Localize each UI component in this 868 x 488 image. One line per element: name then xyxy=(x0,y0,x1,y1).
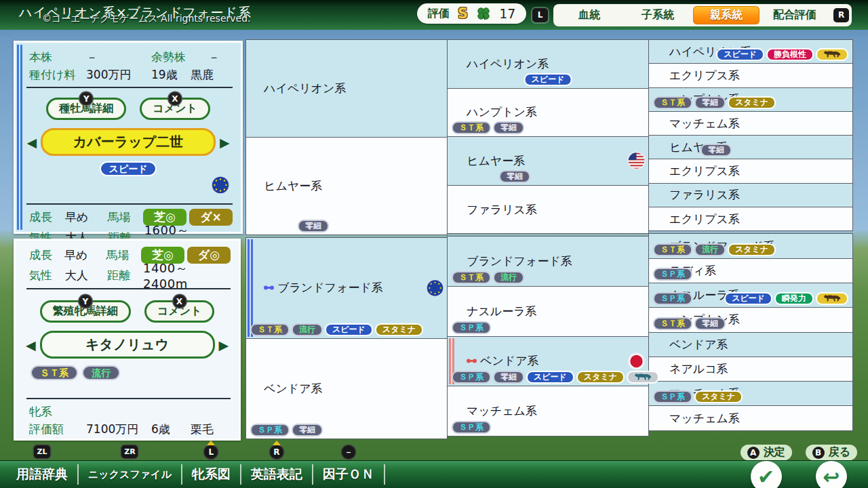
footer-item-1[interactable]: ZL用語辞典 xyxy=(7,461,77,488)
pedigree-cell[interactable]: ハイペリオン系スピード xyxy=(447,39,649,89)
confirm-label: 決定 xyxy=(764,445,785,460)
pedigree-cell[interactable]: ブランドフォード系ＳＴ系流行スタミナ xyxy=(648,233,853,258)
badge-sp: ＳＰ系 xyxy=(452,321,491,334)
pedigree-cell[interactable]: ヒムヤー系零細 xyxy=(447,136,649,186)
pedigree-cell[interactable]: ファラリス系 xyxy=(648,183,853,207)
badge-speed: スピード xyxy=(524,73,572,86)
pedigree-cell[interactable]: ハンプトン系ＳＴ系零細スタミナ xyxy=(648,87,853,112)
badge-speed: スピード xyxy=(716,48,764,61)
sire-name-pill[interactable]: カバーラップ二世 xyxy=(41,128,216,156)
pedigree-cell[interactable]: ネアルコ系 xyxy=(648,357,853,382)
badge-sp: ＳＰ系 xyxy=(452,371,491,384)
l-shoulder-button[interactable]: L xyxy=(532,8,548,22)
prev-mare-arrow[interactable]: ◀ xyxy=(26,338,36,352)
badge-trend: 流行 xyxy=(493,271,524,284)
rating-value: S xyxy=(458,5,468,22)
lineage-name: ブランドフォード系 xyxy=(448,253,572,269)
distance-value: 1400～2400m xyxy=(143,260,231,291)
next-mare-arrow[interactable]: ▶ xyxy=(219,338,229,352)
mare-name-pill[interactable]: キタノリュウ xyxy=(40,331,215,359)
prev-sire-arrow[interactable]: ◀ xyxy=(26,135,37,150)
sire-coat: 黒鹿 xyxy=(191,67,214,83)
pedigree-cell[interactable]: マッチェム系ＳＰ系 xyxy=(447,386,649,436)
lineage-name: ヒムヤー系 xyxy=(448,153,525,169)
sire-fee-row: 種付け料 300万円 19歳 黒鹿 xyxy=(16,66,241,83)
pedigree-cell[interactable]: マッチェム系 xyxy=(648,111,853,136)
badge-stamina: スタミナ xyxy=(728,243,776,256)
back-button[interactable]: B 戻る ↩ xyxy=(806,445,857,488)
lineage-name: マッチェム系 xyxy=(649,116,740,131)
footer-item-4[interactable]: R英語表記 xyxy=(241,461,312,488)
divider xyxy=(384,464,385,485)
pedigree-cell[interactable]: ブランドフォード系ＳＴ系流行 xyxy=(447,236,649,287)
pedigree-cell[interactable]: マッチェム系 xyxy=(648,405,853,430)
y-key-icon: Y xyxy=(79,295,92,308)
r-shoulder-button[interactable]: R xyxy=(833,8,849,22)
pedigree-cell[interactable]: テディ系ＳＰ系 xyxy=(648,258,853,283)
pedigree-cell[interactable]: エクリプス系 xyxy=(648,63,853,87)
sire-stock-row: 本株 － 余勢株 － xyxy=(16,48,241,66)
sire-detail-button[interactable]: Y 種牡馬詳細 xyxy=(46,98,126,120)
badge-speed: スピード xyxy=(325,323,373,336)
confirm-button[interactable]: A 決定 ✔ xyxy=(741,445,792,488)
badge-st: ＳＴ系 xyxy=(452,271,491,284)
lineage-name: ハンプトン系 xyxy=(448,104,537,120)
growth-label: 成長 xyxy=(29,209,65,225)
pedigree-cell[interactable]: ブランドフォード系ＳＴ系流行スピードスタミナ xyxy=(245,237,448,338)
lineage-name: ベンドア系 xyxy=(448,353,539,369)
spare-stock-value: － xyxy=(208,49,220,65)
badge-speed: スピード xyxy=(724,292,772,305)
footer-item-2[interactable]: ZRニックスファイル xyxy=(79,461,181,488)
pedigree-cell[interactable]: エクリプス系 xyxy=(648,159,853,183)
pedigree-cell[interactable]: ベンドア系ＳＰ系零細スピードスタミナ xyxy=(447,336,649,387)
pedigree-cell[interactable]: ヒムヤー系零細 xyxy=(648,135,853,159)
appraisal-value: 7100万円 xyxy=(86,422,151,437)
lineage-name: エクリプス系 xyxy=(649,163,740,179)
lineage-name: ネアルコ系 xyxy=(649,361,728,377)
badge-st: ＳＴ系 xyxy=(250,323,290,336)
female-line-label: 牝系 xyxy=(29,404,86,420)
mare-age: 6歳 xyxy=(151,422,191,437)
lineage-name: ヒムヤー系 xyxy=(246,178,322,194)
pedigree-cell[interactable]: ベンドア系ＳＰ系零細 xyxy=(245,338,448,439)
badge-stamina: スタミナ xyxy=(375,323,423,336)
a-key-icon: A xyxy=(747,447,760,459)
badge-sp: ＳＰ系 xyxy=(452,421,491,434)
sire-comment-button[interactable]: X コメント xyxy=(140,98,210,120)
tab-3[interactable]: 親系統 xyxy=(693,6,760,24)
badge-rare: 零細 xyxy=(493,121,524,134)
next-sire-arrow[interactable]: ▶ xyxy=(220,135,230,150)
temper-label: 気性 xyxy=(29,268,65,283)
badge-stamina: スタミナ xyxy=(728,96,776,109)
pedigree-cell[interactable]: ヒムヤー系零細 xyxy=(245,137,448,235)
badge-rare: 零細 xyxy=(499,170,530,183)
pedigree-cell[interactable]: ナスルーラ系ＳＰ系 xyxy=(447,286,649,337)
badge-sp: ＳＰ系 xyxy=(653,390,692,403)
tab-2[interactable]: 子系統 xyxy=(625,6,691,24)
back-arrow-icon: ↩ xyxy=(816,461,847,488)
pedigree-cell[interactable]: ハンプトン系ＳＴ系零細 xyxy=(648,307,853,332)
sire-panel: 本株 － 余勢株 － 種付け料 300万円 19歳 黒鹿 Y 種牡馬詳細 X コ… xyxy=(14,41,243,234)
x-key-icon: X xyxy=(169,92,182,105)
tab-4[interactable]: 配合評価 xyxy=(762,6,828,24)
lineage-name: マッチェム系 xyxy=(448,403,537,419)
x-key-icon: X xyxy=(173,295,186,308)
growth-value: 早め xyxy=(64,247,106,263)
pedigree-cell[interactable]: ハンプトン系ＳＴ系零細 xyxy=(447,88,649,138)
mare-detail-button[interactable]: Y 繁殖牝馬詳細 xyxy=(40,300,131,323)
pedigree-cell[interactable]: エクリプス系 xyxy=(648,207,853,231)
mare-panel: 成長 早め 馬場 芝◎ ダ◎ 気性 大人 距離 1400～2400m Y 繁殖牝… xyxy=(14,239,241,441)
mare-comment-button[interactable]: X コメント xyxy=(144,300,215,323)
badge-sp: ＳＰ系 xyxy=(653,268,692,281)
footer-item-5[interactable]: －因子ＯＮ xyxy=(313,461,384,488)
pedigree-cell[interactable]: ハイペリオン系 xyxy=(245,39,448,138)
pedigree-cell[interactable]: ファラリス系 xyxy=(447,185,649,235)
footer-item-3[interactable]: L牝系図 xyxy=(182,461,240,488)
badge-st: ＳＴ系 xyxy=(452,121,491,134)
tab-1[interactable]: 血統 xyxy=(556,6,623,24)
pedigree-cell[interactable]: ハイペリオン系スピード勝負根性 xyxy=(648,39,853,64)
pedigree-cell[interactable]: ベンドア系 xyxy=(648,332,853,357)
pedigree-cell[interactable]: マッチェム系ＳＰ系スタミナ xyxy=(648,381,853,406)
badge-trend: 流行 xyxy=(82,365,120,380)
pedigree-cell[interactable]: ナスルーラ系ＳＰ系スピード瞬発力 xyxy=(648,283,853,308)
